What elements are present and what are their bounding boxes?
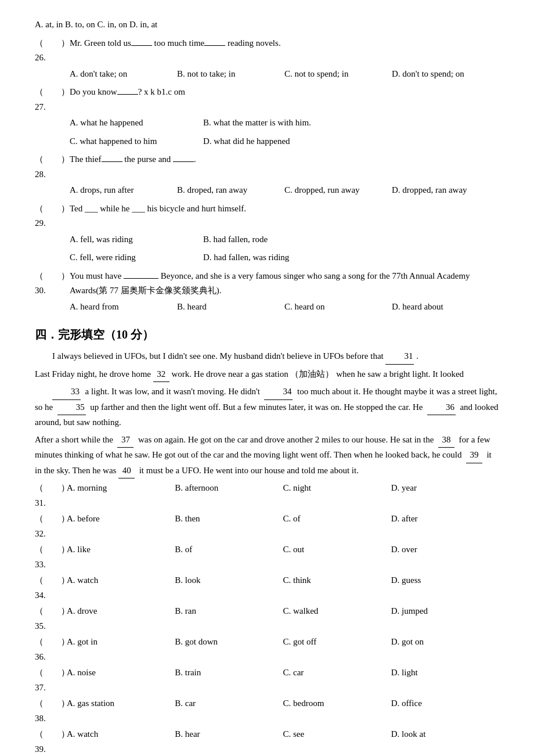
q29-options: A. fell, was riding B. had fallen, rode (70, 232, 499, 247)
mc-row-39: （ ）39. A. watch B. hear C. see D. look a… (35, 727, 499, 756)
blank-37: 37 (117, 433, 134, 448)
section4-title: 四．完形填空（10 分） (35, 325, 499, 344)
q26-optD: D. don't to spend; on (392, 67, 499, 82)
q26-paren: （ ）26. (35, 36, 70, 66)
mc-row-37: （ ）37. A. noise B. train C. car D. light (35, 665, 499, 695)
blank-38: 38 (438, 433, 454, 448)
q26-optA: A. don't take; on (70, 67, 177, 82)
question-27: （ ）27. Do you know? x k b1.c om (35, 85, 499, 114)
q28-paren: （ ）28. (35, 152, 70, 182)
q29-optB: B. had fallen, rode (203, 232, 337, 247)
mc-33-optC: C. out (283, 542, 391, 557)
q30-text: You must have Beyonce, and she is a very… (70, 269, 499, 298)
q30-paren: （ ）30. (35, 269, 70, 298)
mc-36-paren: （ ）36. (35, 635, 67, 664)
q29-text: Ted ___ while he ___ his bicycle and hur… (70, 201, 499, 217)
top-options-line: A. at, in B. to, on C. in, on D. in, at (35, 17, 499, 33)
mc-38-optD: D. office (391, 696, 499, 711)
q26-optC: C. not to spend; in (284, 67, 392, 82)
q30-options: A. heard from B. heard C. heard on D. he… (70, 300, 499, 315)
mc-row-36: （ ）36. A. got in B. got down C. got off … (35, 635, 499, 664)
q28-blank2 (173, 161, 194, 162)
mc-38-optC: C. bedroom (283, 696, 391, 711)
questions-section: （ ）26. Mr. Green told us too much time r… (35, 36, 499, 315)
mc-39-optA: A. watch (67, 727, 175, 742)
mc-32-optC: C. of (283, 512, 391, 527)
q30-optB: B. heard (177, 300, 284, 315)
question-28: （ ）28. The thief the purse and . (35, 152, 499, 182)
mc-row-31: （ ）31. A. morning B. afternoon C. night … (35, 481, 499, 510)
q28-optA: A. drops, run after (70, 183, 177, 198)
q28-optC: C. dropped, run away (284, 183, 392, 198)
mc-37-optC: C. car (283, 665, 391, 681)
mc-36-optD: D. got on (391, 635, 499, 650)
mc-36-optB: B. got down (175, 635, 283, 650)
mc-37-optA: A. noise (67, 665, 175, 681)
mc-31-optD: D. year (391, 481, 499, 496)
mc-34-optA: A. watch (67, 573, 175, 588)
q29-paren: （ ）29. (35, 201, 70, 231)
q27-paren: （ ）27. (35, 85, 70, 114)
mc-38-optA: A. gas station (67, 696, 175, 711)
mc-31-optB: B. afternoon (175, 481, 283, 496)
mc-33-optB: B. of (175, 542, 283, 557)
q27-optC: C. what happened to him (70, 134, 203, 149)
q30-blank (124, 278, 158, 279)
mc-34-paren: （ ）34. (35, 573, 67, 603)
q26-blank2 (204, 45, 225, 46)
mc-35-optB: B. ran (175, 604, 283, 619)
blank-40: 40 (118, 463, 135, 479)
q28-options: A. drops, run after B. droped, ran away … (70, 183, 499, 198)
mc-39-optC: C. see (283, 727, 391, 742)
q29-optC: C. fell, were riding (70, 250, 203, 265)
blank-32: 32 (153, 367, 169, 383)
mc-32-optB: B. then (175, 512, 283, 527)
mc-34-optD: D. guess (391, 573, 499, 588)
mc-32-optD: D. after (391, 512, 499, 527)
q27-optB: B. what the matter is with him. (203, 116, 337, 131)
blank-31: 31 (385, 349, 414, 365)
q27-blank (117, 94, 138, 95)
mc-35-optC: C. walked (283, 604, 391, 619)
q26-blank1 (131, 45, 152, 46)
q28-optD: D. dropped, ran away (392, 183, 499, 198)
section4-passage4: After a short while the 37 was on again.… (35, 433, 499, 479)
mc-33-optA: A. like (67, 542, 175, 557)
section4-passage2: Last Friday night, he drove home 32 work… (35, 367, 499, 383)
mc-row-32: （ ）32. A. before B. then C. of D. after (35, 512, 499, 541)
q28-optB: B. droped, ran away (177, 183, 284, 198)
q27-options: A. what he happened B. what the matter i… (70, 116, 499, 131)
q27-options2: C. what happened to him D. what did he h… (70, 134, 499, 149)
mc-35-optD: D. jumped (391, 604, 499, 619)
mc-39-optB: B. hear (175, 727, 283, 742)
mc-row-33: （ ）33. A. like B. of C. out D. over (35, 542, 499, 572)
mc-row-35: （ ）35. A. drove B. ran C. walked D. jump… (35, 604, 499, 633)
q30-optD: D. heard about (392, 300, 499, 315)
q28-text: The thief the purse and . (70, 152, 499, 167)
mc-row-38: （ ）38. A. gas station B. car C. bedroom … (35, 696, 499, 726)
mc-36-optA: A. got in (67, 635, 175, 650)
q27-optA: A. what he happened (70, 116, 203, 131)
q26-text: Mr. Green told us too much time reading … (70, 36, 499, 51)
mc-39-optD: D. look at (391, 727, 499, 742)
q29-options2: C. fell, were riding D. had fallen, was … (70, 250, 499, 265)
mc-33-optD: D. over (391, 542, 499, 557)
mc-37-paren: （ ）37. (35, 665, 67, 695)
mc-31-paren: （ ）31. (35, 481, 67, 510)
mc-36-optC: C. got off (283, 635, 391, 650)
section4-passage1: I always believed in UFOs, but I didn't … (35, 349, 499, 365)
blank-36: 36 (427, 400, 456, 416)
mc-35-paren: （ ）35. (35, 604, 67, 633)
question-26: （ ）26. Mr. Green told us too much time r… (35, 36, 499, 66)
mc-31-optC: C. night (283, 481, 391, 496)
q29-optD: D. had fallen, was riding (203, 250, 337, 265)
q27-text: Do you know? x k b1.c om (70, 85, 499, 100)
mc-33-paren: （ ）33. (35, 542, 67, 572)
mc-35-optA: A. drove (67, 604, 175, 619)
q26-optB: B. not to take; in (177, 67, 284, 82)
mc-39-paren: （ ）39. (35, 727, 67, 756)
blank-34: 34 (264, 384, 293, 400)
mc-37-optB: B. train (175, 665, 283, 681)
mc-row-34: （ ）34. A. watch B. look C. think D. gues… (35, 573, 499, 603)
q27-optD: D. what did he happened (203, 134, 337, 149)
